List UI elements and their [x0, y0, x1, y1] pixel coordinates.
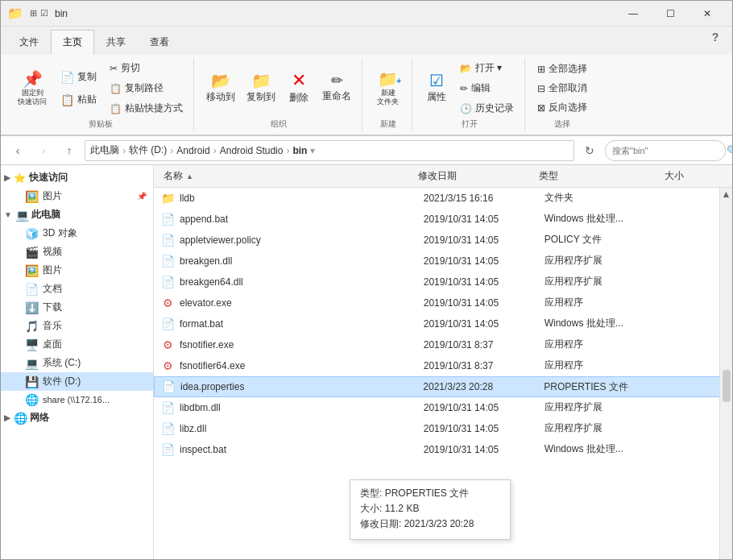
refresh-button[interactable]: ↻ [579, 140, 600, 161]
ribbon-tabs: 文件 主页 共享 查看 ? [1, 27, 732, 55]
file-date: 2019/10/31 14:05 [424, 318, 545, 330]
breadcrumb-android[interactable]: Android [176, 145, 209, 156]
desktop-icon: 🖥️ [25, 338, 38, 351]
sidebar-item-music[interactable]: 🎵 音乐 [1, 317, 153, 335]
share-icon: 🌐 [25, 393, 38, 406]
sidebar-item-video[interactable]: 🎬 视频 [1, 243, 153, 261]
tab-view[interactable]: 查看 [138, 30, 181, 55]
table-row[interactable]: 📁 lldb 2021/3/15 16:16 文件夹 [154, 188, 732, 209]
sidebar-music-label: 音乐 [43, 319, 62, 333]
cut-button[interactable]: ✂剪切 [106, 59, 187, 77]
paste-button[interactable]: 📋粘贴 [54, 89, 102, 110]
table-row[interactable]: 📄 append.bat 2019/10/31 14:05 Windows 批处… [154, 209, 732, 230]
minimize-button[interactable]: — [615, 1, 652, 27]
breadcrumb-bin[interactable]: bin [292, 145, 307, 156]
sidebar-downloads-label: 下载 [43, 301, 62, 314]
scroll-thumb[interactable] [723, 370, 731, 402]
file-date: 2019/10/31 14:05 [424, 444, 545, 455]
breadcrumb-d[interactable]: 软件 (D:) [129, 143, 167, 157]
sidebar-item-downloads[interactable]: ⬇️ 下载 [1, 298, 153, 317]
tab-home[interactable]: 主页 [51, 30, 94, 55]
open-buttons: ☑ 属性 📂打开 ▾ ✏编辑 🕒历史记录 [420, 60, 518, 117]
file-area: 名称 ▲ 修改日期 类型 大小 📁 lldb 2021/3/15 16:16 文… [154, 165, 732, 560]
address-path[interactable]: 此电脑 › 软件 (D:) › Android › Android Studio… [85, 140, 574, 161]
d-drive-icon: 💾 [25, 375, 38, 388]
sidebar-item-docs[interactable]: 📄 文档 [1, 280, 153, 298]
pin-button[interactable]: 📌 固定到快速访问 [14, 66, 51, 111]
tab-file[interactable]: 文件 [7, 30, 51, 55]
file-name: libz.dll [180, 423, 424, 434]
sidebar-item-c[interactable]: 💻 系统 (C:) [1, 354, 153, 372]
sidebar-section-thispc[interactable]: ▼ 💻 此电脑 [1, 205, 153, 224]
move-to-button[interactable]: 📂 移动到 [202, 66, 239, 111]
tab-share[interactable]: 共享 [94, 30, 138, 55]
file-date: 2019/10/31 14:05 [424, 297, 545, 309]
up-button[interactable]: ↑ [59, 140, 80, 161]
back-button[interactable]: ‹ [7, 140, 28, 161]
new-label: 新建 [380, 117, 396, 130]
table-row[interactable]: 📄 appletviewer.policy 2019/10/31 14:05 P… [154, 230, 732, 251]
sidebar-section-quickaccess[interactable]: ▶ ⭐ 快速访问 [1, 168, 153, 187]
tooltip-date-label: 修改日期: [360, 518, 401, 529]
table-row[interactable]: 📄 libdbm.dll 2019/10/31 14:05 应用程序扩展 [154, 397, 732, 418]
clipboard-buttons: 📌 固定到快速访问 📄复制 📋粘贴 ✂剪切 📋复制 [14, 60, 187, 117]
copy-path-button[interactable]: 📋复制路径 [106, 79, 187, 97]
breadcrumb-studio[interactable]: Android Studio [220, 145, 284, 156]
copy-button[interactable]: 📄复制 [54, 67, 102, 88]
table-row[interactable]: 📄 libz.dll 2019/10/31 14:05 应用程序扩展 [154, 418, 732, 439]
search-box: 🔍 [605, 140, 726, 161]
sidebar-item-desktop[interactable]: 🖥️ 桌面 [1, 335, 153, 354]
scroll-up-button[interactable]: ▲ [722, 189, 731, 199]
new-buttons: 📁+ 新建文件夹 [372, 60, 404, 117]
table-row[interactable]: ⚙ fsnotifier64.exe 2019/10/31 8:37 应用程序 [154, 355, 732, 376]
sidebar-item-d[interactable]: 💾 软件 (D:) [1, 372, 153, 391]
sidebar-item-icon: ⭐ [14, 172, 26, 184]
col-header-name[interactable]: 名称 ▲ [160, 169, 415, 183]
select-all-button[interactable]: ⊞全部选择 [533, 60, 591, 78]
c-drive-icon: 💻 [25, 357, 38, 370]
maximize-button[interactable]: ☐ [652, 1, 689, 27]
history-button[interactable]: 🕒历史记录 [456, 99, 518, 118]
sidebar-item-share[interactable]: 🌐 share (\\172.16... [1, 391, 153, 409]
search-icon: 🔍 [727, 145, 733, 156]
close-button[interactable]: ✕ [689, 1, 726, 27]
breadcrumb-thispc[interactable]: 此电脑 [90, 143, 119, 157]
edit-button[interactable]: ✏编辑 [456, 79, 518, 97]
sidebar-docs-label: 文档 [43, 282, 62, 296]
invert-select-button[interactable]: ⊠反向选择 [533, 98, 591, 117]
file-date: 2019/10/31 14:05 [424, 234, 545, 246]
file-type: 应用程序扩展 [545, 421, 661, 435]
forward-button[interactable]: › [33, 140, 54, 161]
table-row[interactable]: 📄 breakgen.dll 2019/10/31 14:05 应用程序扩展 [154, 251, 732, 272]
sidebar-desktop-label: 桌面 [43, 338, 62, 351]
table-row[interactable]: 📄 inspect.bat 2019/10/31 14:05 Windows 批… [154, 439, 732, 460]
sidebar-item-pictures[interactable]: 🖼️ 图片 📌 [1, 187, 153, 205]
properties-button[interactable]: ☑ 属性 [420, 66, 453, 111]
table-row[interactable]: 📄 format.bat 2019/10/31 14:05 Windows 批处… [154, 313, 732, 334]
open-button[interactable]: 📂打开 ▾ [456, 59, 518, 77]
new-folder-button[interactable]: 📁+ 新建文件夹 [372, 66, 404, 111]
paste-shortcut-button[interactable]: 📋粘贴快捷方式 [106, 99, 187, 118]
file-name: inspect.bat [180, 444, 424, 455]
copy-to-button[interactable]: 📁 复制到 [242, 66, 280, 111]
col-header-date[interactable]: 修改日期 [415, 169, 536, 183]
sidebar-section-network[interactable]: ▶ 🌐 网络 [1, 409, 153, 427]
table-row[interactable]: 📄 idea.properties 2021/3/23 20:28 PROPER… [154, 376, 732, 397]
tooltip-popup: 类型: PROPERTIES 文件 大小: 11.2 KB 修改日期: 2021… [350, 479, 511, 540]
deselect-all-button[interactable]: ⊟全部取消 [533, 79, 591, 97]
table-row[interactable]: ⚙ fsnotifier.exe 2019/10/31 8:37 应用程序 [154, 334, 732, 355]
ribbon-content: 📌 固定到快速访问 📄复制 📋粘贴 ✂剪切 📋复制 [1, 55, 732, 135]
file-date: 2019/10/31 8:37 [424, 360, 545, 371]
help-button[interactable]: ? [705, 27, 726, 48]
sidebar-item-3d[interactable]: 🧊 3D 对象 [1, 224, 153, 243]
delete-button[interactable]: ✕ 删除 [283, 66, 315, 111]
sidebar-item-images[interactable]: 🖼️ 图片 [1, 261, 153, 280]
rename-button[interactable]: ✏ 重命名 [318, 66, 355, 111]
col-header-size[interactable]: 大小 [661, 169, 726, 183]
table-row[interactable]: 📄 breakgen64.dll 2019/10/31 14:05 应用程序扩展 [154, 272, 732, 292]
col-header-type[interactable]: 类型 [536, 169, 661, 183]
search-input[interactable] [612, 146, 723, 156]
table-row[interactable]: ⚙ elevator.exe 2019/10/31 14:05 应用程序 [154, 292, 732, 313]
tooltip-row-type: 类型: PROPERTIES 文件 [360, 487, 500, 500]
scrollbar[interactable]: ▲ ▼ [719, 188, 732, 560]
